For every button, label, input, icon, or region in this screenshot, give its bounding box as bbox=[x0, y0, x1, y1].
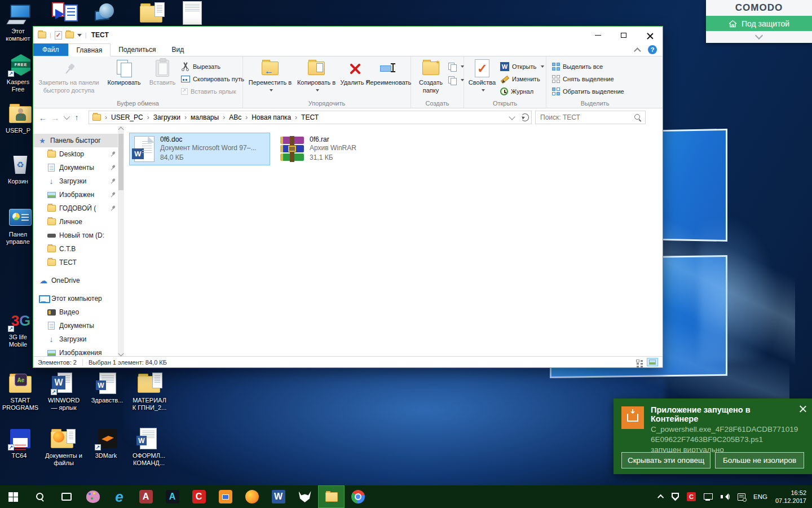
desktop-icon-documents-files[interactable]: Документы и файлы bbox=[44, 428, 80, 467]
refresh-icon[interactable] bbox=[521, 113, 529, 121]
sidebar-item-downloads2[interactable]: ↓Загрузки bbox=[33, 332, 118, 346]
history-button[interactable]: Журнал bbox=[500, 86, 533, 97]
sidebar-item-videos[interactable]: Видео bbox=[33, 305, 118, 319]
close-button[interactable] bbox=[637, 27, 663, 43]
tray-overflow-icon[interactable] bbox=[657, 494, 664, 501]
taskbar-word[interactable]: W bbox=[265, 485, 292, 508]
sidebar-item-pictures[interactable]: Изображен bbox=[33, 188, 118, 202]
network-icon[interactable] bbox=[704, 493, 713, 501]
tab-home[interactable]: Главная bbox=[68, 43, 111, 56]
edit-button[interactable]: Изменить bbox=[500, 73, 540, 85]
dont-isolate-button[interactable]: Больше не изолиров bbox=[715, 452, 804, 468]
copy-to-button[interactable]: Копировать в bbox=[295, 59, 338, 95]
taskbar-paint[interactable] bbox=[80, 485, 106, 508]
desktop-icon-network-globe[interactable] bbox=[89, 2, 125, 25]
search-icon[interactable] bbox=[634, 113, 642, 121]
desktop-icon-document-preview[interactable] bbox=[176, 1, 212, 24]
details-view-button[interactable] bbox=[634, 358, 645, 366]
address-dropdown-icon[interactable] bbox=[509, 113, 515, 120]
copy-button[interactable]: Копировать bbox=[103, 59, 145, 87]
taskbar-internet-explorer[interactable]: e bbox=[106, 485, 133, 508]
sidebar-item-godovoy[interactable]: ГОДОВОЙ ( bbox=[33, 202, 118, 215]
recent-locations-icon[interactable] bbox=[64, 113, 70, 120]
comodo-widget[interactable]: COMODO Под защитой bbox=[706, 0, 812, 43]
taskbar-comodo[interactable]: C bbox=[186, 485, 212, 508]
file-item-rar[interactable]: 0f6.rar Архив WinRAR31,1 КБ bbox=[276, 133, 407, 165]
task-view-button[interactable] bbox=[53, 485, 80, 508]
sidebar-item-onedrive[interactable]: ☁OneDrive bbox=[33, 274, 118, 287]
close-icon[interactable] bbox=[800, 405, 806, 412]
breadcrumb-item[interactable]: малвары bbox=[191, 113, 219, 121]
sidebar-item-stb[interactable]: С.Т.В bbox=[33, 242, 118, 256]
invert-selection-button[interactable]: Обратить выделение bbox=[552, 86, 624, 97]
sidebar-item-documents2[interactable]: Документы bbox=[33, 319, 118, 332]
desktop-icon-oforml-doc[interactable]: ОФОРМЛ... КОМАНД... bbox=[130, 428, 166, 467]
desktop-icon-winword[interactable]: ↗ WINWORD — ярлык bbox=[45, 373, 81, 411]
sidebar-item-new-volume[interactable]: Новый том (D: bbox=[33, 229, 118, 242]
taskbar-foobar[interactable] bbox=[292, 485, 318, 508]
new-folder-button[interactable]: ✶ Создать папку bbox=[414, 59, 447, 95]
minimize-button[interactable] bbox=[585, 27, 611, 43]
customize-qat-icon[interactable] bbox=[77, 34, 82, 37]
up-button[interactable]: ↑ bbox=[70, 113, 83, 122]
hide-alerts-button[interactable]: Скрывать эти оповещ bbox=[621, 452, 710, 468]
open-button[interactable]: Открыть bbox=[500, 61, 544, 72]
desktop-icon-word-doc[interactable]: Здравств... bbox=[89, 373, 125, 404]
new-item-button[interactable] bbox=[448, 61, 464, 72]
breadcrumb-item[interactable]: ТЕСТ bbox=[301, 113, 319, 121]
tab-view[interactable]: Вид bbox=[164, 43, 192, 56]
cut-button[interactable]: Вырезать bbox=[181, 61, 220, 72]
comodo-tray-icon[interactable]: C bbox=[687, 492, 696, 501]
sidebar-item-lichnoe[interactable]: Личное bbox=[33, 215, 118, 229]
select-none-button[interactable]: Снять выделение bbox=[552, 73, 614, 85]
tab-file[interactable]: Файл bbox=[33, 43, 68, 56]
title-bar[interactable]: | | ТЕСТ bbox=[33, 27, 663, 43]
sidebar-item-downloads[interactable]: ↓Загрузки bbox=[33, 174, 118, 188]
search-box[interactable]: Поиск: ТЕСТ bbox=[535, 111, 646, 124]
taskbar-orange-app[interactable] bbox=[212, 485, 239, 508]
breadcrumb-item[interactable]: Загрузки bbox=[153, 113, 180, 121]
desktop-icon-material-folder[interactable]: МАТЕРИАЛ К ГПНИ_2... bbox=[131, 373, 167, 411]
language-indicator[interactable]: ENG bbox=[753, 493, 767, 500]
taskbar-chrome[interactable] bbox=[345, 485, 371, 508]
new-folder-icon[interactable] bbox=[65, 32, 74, 38]
large-icons-view-button[interactable] bbox=[647, 358, 658, 366]
comodo-expand[interactable] bbox=[706, 31, 812, 43]
maximize-button[interactable] bbox=[611, 27, 637, 43]
volume-icon[interactable] bbox=[721, 493, 730, 501]
desktop-icon-3dmark[interactable]: ↗ 3DMark bbox=[89, 428, 125, 459]
help-icon[interactable] bbox=[648, 45, 657, 54]
desktop-icon-tc64[interactable]: ↗ TC64 bbox=[2, 428, 38, 459]
defender-shield-icon[interactable] bbox=[672, 493, 679, 501]
start-button[interactable] bbox=[0, 485, 27, 508]
taskbar-aimp[interactable]: A bbox=[159, 485, 186, 508]
breadcrumb-item[interactable]: АВс bbox=[229, 113, 241, 121]
action-center-icon[interactable] bbox=[738, 493, 745, 501]
taskbar-firefox[interactable] bbox=[239, 485, 265, 508]
properties-icon[interactable] bbox=[55, 31, 62, 40]
scroll-thumb[interactable] bbox=[118, 134, 123, 190]
back-button[interactable]: ← bbox=[37, 113, 49, 122]
delete-button[interactable]: Удалить bbox=[340, 59, 369, 87]
sidebar-item-quick-access[interactable]: ★Панель быстрог bbox=[33, 134, 118, 147]
desktop-icon-folder-docs[interactable] bbox=[133, 2, 169, 25]
desktop-icon-converter[interactable] bbox=[46, 2, 82, 25]
sidebar-item-this-pc[interactable]: Этот компьютер bbox=[33, 292, 118, 305]
sidebar-item-desktop[interactable]: Desktop bbox=[33, 147, 118, 161]
rename-button[interactable]: Переименовать bbox=[366, 59, 411, 87]
comodo-status-bar[interactable]: Под защитой bbox=[706, 16, 812, 31]
sandbox-notification[interactable]: Приложение запущено в Контейнере C_power… bbox=[614, 398, 812, 474]
select-all-button[interactable]: Выделить все bbox=[552, 61, 603, 72]
move-to-button[interactable]: ← Переместить в bbox=[248, 59, 293, 95]
easy-access-button[interactable] bbox=[448, 75, 464, 86]
taskbar-file-explorer[interactable] bbox=[318, 485, 345, 508]
taskbar-search-button[interactable] bbox=[27, 485, 53, 508]
taskbar-clock[interactable]: 16:52 07.12.2017 bbox=[775, 489, 806, 505]
desktop-icon-start-programs[interactable]: Ae START PROGRAMS bbox=[2, 373, 38, 411]
taskbar-access[interactable]: A bbox=[133, 485, 159, 508]
scroll-down-icon[interactable] bbox=[118, 351, 124, 357]
sidebar-scrollbar[interactable] bbox=[118, 126, 124, 357]
sidebar-item-documents[interactable]: Документы bbox=[33, 161, 118, 174]
properties-button[interactable]: Свойства bbox=[466, 59, 498, 95]
address-bar[interactable]: › USER_PC › Загрузки › малвары › АВс › Н… bbox=[89, 111, 532, 124]
